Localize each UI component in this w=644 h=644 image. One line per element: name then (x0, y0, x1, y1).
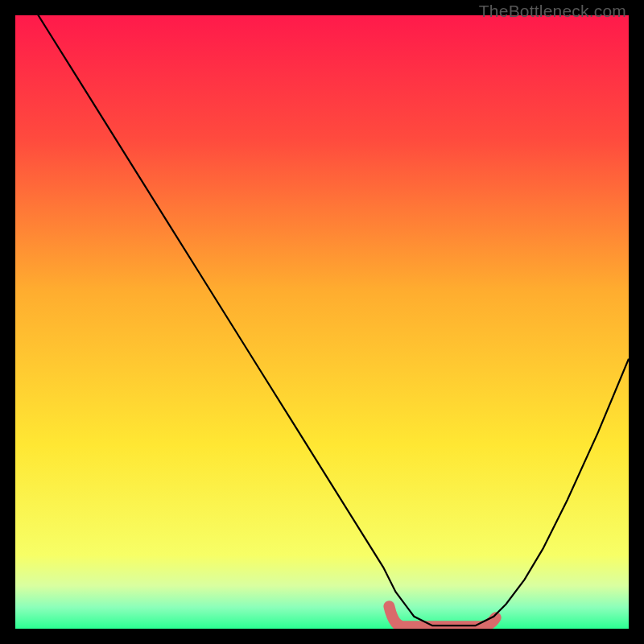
plot-svg (15, 15, 629, 629)
watermark-text: TheBottleneck.com (479, 2, 626, 21)
gradient-background (15, 15, 629, 629)
plot-area (15, 15, 629, 629)
chart-frame: TheBottleneck.com (0, 0, 644, 644)
